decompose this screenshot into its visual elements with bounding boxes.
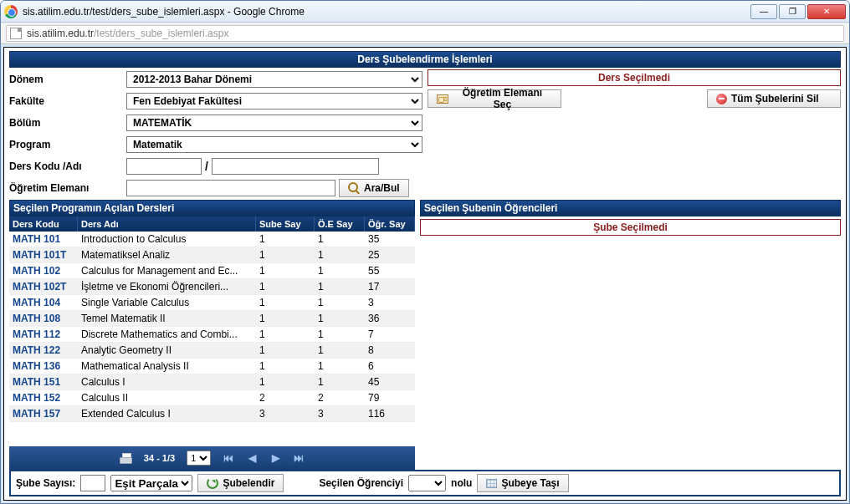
ara-bul-label: Ara/Bul [364, 182, 400, 194]
ders-kodu-label: Ders Kodu /Adı [9, 160, 126, 172]
subelendir-button[interactable]: Şubelendir [197, 474, 284, 492]
cell-ogr: 8 [365, 343, 415, 359]
subeye-tasi-button[interactable]: Şubeye Taşı [477, 474, 568, 492]
table-row[interactable]: MATH 112Discrete Mathematics and Combi..… [9, 327, 415, 343]
cell-oe: 2 [315, 390, 365, 406]
cell-code: MATH 157 [9, 406, 78, 422]
table-row[interactable]: MATH 151Calculus I1145 [9, 374, 415, 390]
pager-counter: 34 - 1/3 [144, 453, 175, 463]
ogretim-elemani-input[interactable] [126, 180, 335, 196]
table-row[interactable]: MATH 157Extended Calculus I33116 [9, 406, 415, 422]
table-row[interactable]: MATH 152Calculus II2279 [9, 390, 415, 406]
ogretim-elemani-sec-button[interactable]: Öğretim Elemanı Seç [428, 89, 561, 108]
pager-page-select[interactable]: 1 [187, 451, 211, 466]
th-code[interactable]: Ders Kodu [9, 216, 78, 232]
titlebar: sis.atilim.edu.tr/test/ders_sube_islemle… [1, 1, 849, 23]
th-ogr[interactable]: Öğr. Say [365, 216, 415, 232]
sube-status: Şube Seçilmedi [420, 219, 841, 236]
cell-name: Calculus I [78, 374, 256, 390]
fakulte-label: Fakülte [9, 95, 126, 107]
cell-ogr: 36 [365, 311, 415, 327]
print-icon[interactable] [120, 453, 132, 464]
cell-code: MATH 104 [9, 295, 78, 311]
url-gray: /test/ [94, 28, 115, 39]
cell-sube: 1 [256, 247, 315, 263]
th-sube[interactable]: Sube Say [256, 216, 315, 232]
cell-sube: 1 [256, 295, 315, 311]
cell-name: Analytic Geometry II [78, 343, 256, 359]
table-row[interactable]: MATH 136Mathematical Analysis II116 [9, 359, 415, 374]
page-icon [10, 28, 22, 39]
cell-code: MATH 102T [9, 279, 78, 295]
split-mode-select[interactable]: Eşit Parçala [110, 475, 192, 491]
page-content: Ders Şubelendirme İşlemleri Dönem 2012-2… [3, 47, 847, 501]
cell-code: MATH 108 [9, 311, 78, 327]
students-body [420, 236, 841, 470]
pager-last-icon[interactable]: ⏭ [293, 452, 305, 464]
address-box[interactable]: sis.atilim.edu.tr/test/ders_sube_islemle… [6, 25, 844, 42]
table-row[interactable]: MATH 104Single Variable Calculus113 [9, 295, 415, 311]
cell-name: Introduction to Calculus [78, 232, 256, 247]
table-row[interactable]: MATH 108Temel Matematik II1136 [9, 311, 415, 327]
close-button[interactable]: ✕ [807, 4, 846, 19]
ogrenci-select[interactable] [408, 475, 446, 491]
subeye-tasi-label: Şubeye Taşı [501, 477, 559, 489]
refresh-icon [207, 477, 218, 489]
ders-adi-input[interactable] [212, 158, 379, 175]
cell-code: MATH 151 [9, 374, 78, 390]
cell-name: Discrete Mathematics and Combi... [78, 327, 256, 343]
cell-code: MATH 122 [9, 343, 78, 359]
cell-oe: 1 [315, 311, 365, 327]
maximize-button[interactable]: ❐ [779, 4, 806, 19]
address-bar: sis.atilim.edu.tr/test/ders_sube_islemle… [1, 23, 849, 44]
program-select[interactable]: Matematik [126, 136, 422, 153]
cell-name: Calculus for Management and Ec... [78, 263, 256, 279]
pager-next-icon[interactable]: ▶ [269, 452, 281, 464]
cell-sube: 1 [256, 343, 315, 359]
right-action-panel: Ders Seçilmedi Öğretim Elemanı Seç Tüm Ş… [428, 69, 841, 200]
nolu-label: nolu [451, 477, 472, 489]
table-row[interactable]: MATH 102Tİşletme ve Ekonomi Öğrencileri.… [9, 279, 415, 295]
window-frame: sis.atilim.edu.tr/test/ders_sube_islemle… [0, 0, 850, 504]
page-title: Ders Şubelendirme İşlemleri [9, 51, 841, 68]
pager-prev-icon[interactable]: ◀ [246, 452, 258, 464]
bolum-select[interactable]: MATEMATİK [126, 115, 422, 131]
cell-ogr: 17 [365, 279, 415, 295]
cell-code: MATH 101T [9, 247, 78, 263]
sube-sayisi-input[interactable] [80, 475, 105, 491]
cell-code: MATH 152 [9, 390, 78, 406]
ara-bul-button[interactable]: Ara/Bul [339, 179, 409, 197]
cell-sube: 2 [256, 390, 315, 406]
th-oe[interactable]: Ö.E Say [315, 216, 365, 232]
donem-select[interactable]: 2012-2013 Bahar Dönemi [126, 71, 422, 88]
fakulte-select[interactable]: Fen Edebiyat Fakültesi [126, 93, 422, 109]
minimize-button[interactable]: — [750, 4, 777, 19]
cell-ogr: 6 [365, 359, 415, 374]
delete-icon [716, 94, 727, 104]
cell-oe: 1 [315, 295, 365, 311]
cell-oe: 1 [315, 359, 365, 374]
ders-status: Ders Seçilmedi [428, 69, 841, 86]
pager-first-icon[interactable]: ⏮ [223, 452, 234, 464]
secilen-ogrenciyi-label: Seçilen Öğrenciyi [319, 477, 403, 489]
cell-ogr: 7 [365, 327, 415, 343]
cell-name: Single Variable Calculus [78, 295, 256, 311]
ders-kodu-input[interactable] [126, 158, 202, 175]
program-label: Program [9, 139, 126, 150]
cell-ogr: 25 [365, 247, 415, 263]
cell-ogr: 55 [365, 263, 415, 279]
th-name[interactable]: Ders Adı [78, 216, 256, 232]
cell-code: MATH 112 [9, 327, 78, 343]
students-pane: Seçilen Şubenin Öğrencileri Şube Seçilme… [420, 200, 841, 470]
table-row[interactable]: MATH 101Introduction to Calculus1135 [9, 232, 415, 247]
table-row[interactable]: MATH 122Analytic Geometry II118 [9, 343, 415, 359]
window-title: sis.atilim.edu.tr/test/ders_sube_islemle… [23, 6, 750, 18]
table-row[interactable]: MATH 101TMatematiksel Analiz1125 [9, 247, 415, 263]
table-body: MATH 101Introduction to Calculus1135MATH… [9, 232, 415, 446]
cell-code: MATH 101 [9, 232, 78, 247]
tum-subelerini-sil-button[interactable]: Tüm Şubelerini Sil [707, 89, 841, 108]
cell-oe: 1 [315, 279, 365, 295]
filter-form: Dönem 2012-2013 Bahar Dönemi Fakülte Fen… [9, 69, 422, 200]
table-row[interactable]: MATH 102Calculus for Management and Ec..… [9, 263, 415, 279]
cell-name: Temel Matematik II [78, 311, 256, 327]
